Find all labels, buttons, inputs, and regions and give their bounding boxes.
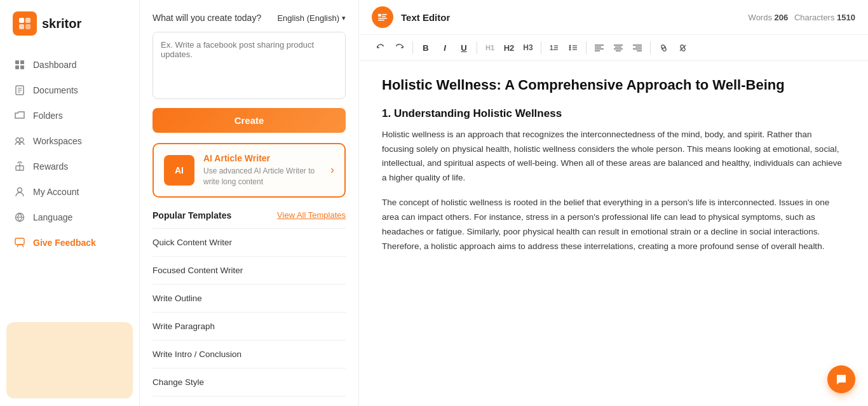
right-panel: Text Editor Words 206 Characters 1510 B … (359, 0, 868, 406)
logo-icon (13, 11, 37, 36)
language-icon (14, 212, 25, 223)
svg-rect-2 (19, 24, 24, 29)
workspaces-label: Workspaces (33, 136, 82, 146)
left-panel: What will you create today? English (Eng… (140, 0, 359, 406)
template-item-write-outline[interactable]: Write Outline (153, 285, 346, 313)
documents-label: Documents (33, 85, 78, 95)
sidebar-item-dashboard[interactable]: Dashboard (0, 52, 139, 78)
template-item-focused-content[interactable]: Focused Content Writer (153, 257, 346, 285)
document-title: Holistic Wellness: A Comprehensive Appro… (382, 76, 845, 95)
svg-rect-20 (378, 14, 381, 17)
ai-card-arrow-icon: › (330, 163, 334, 177)
toolbar-divider-3 (541, 41, 541, 54)
sidebar-item-workspaces[interactable]: Workspaces (0, 128, 139, 154)
sidebar-item-folders[interactable]: Folders (0, 103, 139, 128)
my-account-label: My Account (33, 187, 79, 197)
toolbar-divider-2 (477, 41, 477, 54)
popular-header: Popular Templates View All Templates (153, 210, 346, 220)
align-left-button[interactable] (590, 39, 608, 57)
undo-button[interactable] (372, 39, 390, 57)
create-label: What will you create today? (153, 13, 261, 23)
give-feedback-label: Give Feedback (33, 238, 96, 248)
upgrade-card (6, 322, 133, 398)
bold-button[interactable]: B (417, 39, 435, 57)
ordered-list-button[interactable]: 1. (545, 39, 563, 57)
sidebar-item-documents[interactable]: Documents (0, 78, 139, 103)
template-item-quick-content[interactable]: Quick Content Writer (153, 229, 346, 257)
sidebar-item-give-feedback[interactable]: Give Feedback (0, 230, 139, 255)
toolbar-divider-1 (412, 41, 413, 54)
characters-label: Characters (794, 13, 835, 22)
italic-button[interactable]: I (436, 39, 454, 57)
svg-point-16 (18, 188, 22, 193)
svg-rect-7 (20, 65, 24, 69)
documents-icon (14, 85, 25, 96)
toolbar-divider-4 (586, 41, 587, 54)
svg-rect-19 (15, 238, 24, 245)
paragraph-2: The concept of holistic wellness is root… (382, 196, 845, 254)
create-header: What will you create today? English (Eng… (153, 13, 346, 23)
template-item-change-style[interactable]: Change Style (153, 369, 346, 396)
editor-title: Text Editor (401, 12, 450, 23)
svg-rect-5 (20, 60, 24, 64)
ai-article-card[interactable]: AI AI Article Writer Use advanced AI Art… (153, 143, 346, 198)
editor-content[interactable]: Holistic Wellness: A Comprehensive Appro… (359, 61, 868, 406)
underline-button[interactable]: U (455, 39, 473, 57)
sidebar-item-language[interactable]: Language (0, 205, 139, 230)
sidebar-item-my-account[interactable]: My Account (0, 179, 139, 205)
redo-button[interactable] (391, 39, 409, 57)
logo[interactable]: skritor (0, 0, 139, 47)
language-value: English (English) (277, 13, 339, 23)
sidebar-item-rewards[interactable]: Rewards (0, 154, 139, 179)
svg-rect-3 (25, 24, 31, 29)
words-label: Words (749, 13, 772, 22)
svg-point-12 (16, 138, 20, 142)
svg-rect-6 (15, 65, 19, 69)
dashboard-icon (14, 59, 25, 71)
create-button[interactable]: Create (153, 108, 346, 133)
align-center-button[interactable] (609, 39, 627, 57)
language-select[interactable]: English (English) ▾ (277, 13, 346, 23)
h3-button[interactable]: H3 (519, 39, 537, 57)
unlink-button[interactable] (674, 39, 691, 57)
svg-rect-1 (25, 18, 31, 23)
view-all-templates-link[interactable]: View All Templates (277, 210, 346, 220)
h2-button[interactable]: H2 (500, 39, 518, 57)
folders-label: Folders (33, 111, 63, 121)
language-label: Language (33, 212, 72, 222)
svg-rect-22 (382, 16, 386, 17)
workspaces-icon (14, 135, 25, 147)
sidebar: skritor Dashboard (0, 0, 140, 406)
ai-icon-box: AI (164, 155, 194, 186)
editor-icon-circle (372, 6, 393, 28)
sidebar-bottom (0, 315, 139, 406)
svg-point-13 (20, 138, 24, 142)
ai-card-text: AI Article Writer Use advanced AI Articl… (203, 153, 322, 187)
link-button[interactable] (654, 39, 672, 57)
unordered-list-button[interactable] (564, 39, 582, 57)
chevron-down-icon: ▾ (342, 14, 346, 22)
editor-stats: Words 206 Characters 1510 (745, 13, 855, 22)
chat-bubble-button[interactable] (827, 365, 855, 393)
dashboard-label: Dashboard (33, 60, 77, 70)
folders-icon (14, 110, 25, 121)
svg-point-30 (569, 47, 571, 49)
characters-count: 1510 (837, 13, 855, 22)
svg-rect-4 (15, 60, 19, 64)
align-right-button[interactable] (628, 39, 646, 57)
logo-text: skritor (42, 17, 81, 31)
popular-templates-title: Popular Templates (153, 210, 231, 220)
ai-icon-text: AI (175, 165, 184, 175)
svg-rect-24 (378, 20, 384, 21)
h1-button[interactable]: H1 (481, 39, 499, 57)
words-count: 206 (775, 13, 789, 22)
ai-card-title: AI Article Writer (203, 153, 322, 163)
toolbar-divider-5 (650, 41, 651, 54)
give-feedback-icon (14, 237, 25, 248)
template-item-write-intro[interactable]: Write Intro / Conclusion (153, 341, 346, 369)
rewards-icon (14, 161, 25, 172)
create-textarea[interactable] (153, 32, 345, 96)
template-item-write-paragraph[interactable]: Write Paragraph (153, 313, 346, 341)
svg-point-29 (569, 45, 571, 47)
rewards-label: Rewards (33, 161, 68, 172)
